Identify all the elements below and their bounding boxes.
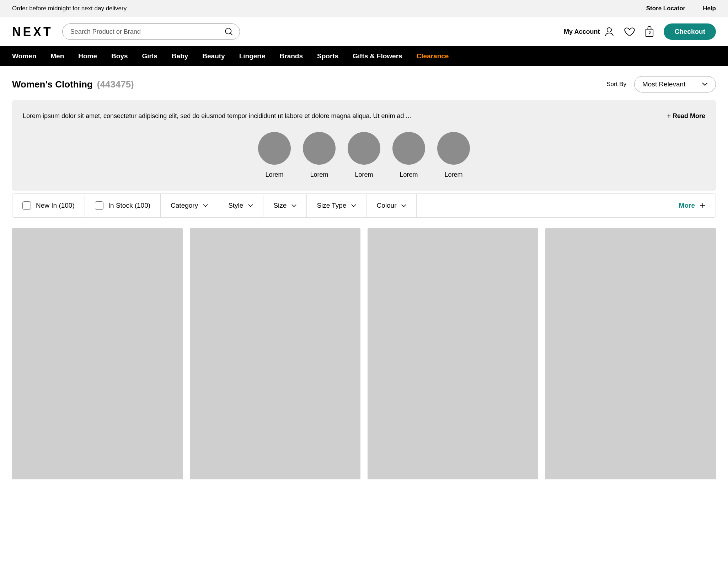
promo-bar: Order before midnight for next day deliv…	[0, 0, 728, 17]
divider	[694, 5, 694, 12]
nav-baby[interactable]: Baby	[172, 52, 188, 60]
chevron-down-icon	[702, 83, 708, 86]
nav-boys[interactable]: Boys	[111, 52, 128, 60]
result-count: (443475)	[97, 79, 134, 90]
nav-gifts-flowers[interactable]: Gifts & Flowers	[353, 52, 402, 60]
checkout-button[interactable]: Checkout	[664, 23, 716, 40]
nav-beauty[interactable]: Beauty	[202, 52, 225, 60]
promo-message: Order before midnight for next day deliv…	[12, 5, 127, 12]
product-card[interactable]	[545, 228, 716, 479]
chevron-down-icon	[401, 204, 406, 207]
filter-label: In Stock (100)	[108, 202, 150, 209]
title-row: Women's Clothing (443475) Sort By Most R…	[0, 66, 728, 100]
description-text: Lorem ipsum dolor sit amet, consectetur …	[23, 112, 660, 120]
product-card[interactable]	[12, 228, 183, 479]
chevron-down-icon	[351, 204, 356, 207]
bag-count: 0	[649, 31, 651, 34]
quick-link-item[interactable]: Lorem	[348, 132, 380, 179]
filter-new-in[interactable]: New In (100)	[12, 194, 85, 217]
more-label: More	[679, 202, 695, 209]
quick-links-row: Lorem Lorem Lorem Lorem Lorem	[23, 132, 705, 179]
filter-label: Colour	[376, 202, 396, 209]
svg-line-1	[230, 33, 232, 35]
filter-more[interactable]: More	[669, 194, 716, 217]
quick-link-image	[392, 132, 425, 165]
nav-home[interactable]: Home	[78, 52, 97, 60]
filter-bar: New In (100) In Stock (100) Category Sty…	[12, 193, 716, 218]
product-card[interactable]	[190, 228, 360, 479]
filter-label: Size Type	[317, 202, 346, 209]
search-icon	[224, 27, 234, 36]
account-label: My Account	[564, 28, 600, 36]
sort-wrap: Sort By Most Relevant	[606, 76, 716, 92]
filter-label: Style	[228, 202, 243, 209]
filter-label: Size	[273, 202, 287, 209]
search-wrap	[62, 23, 240, 40]
chevron-down-icon	[203, 204, 208, 207]
quick-link-image	[303, 132, 336, 165]
quick-link-label: Lorem	[265, 171, 283, 179]
heart-icon	[624, 26, 635, 37]
sort-label: Sort By	[606, 81, 626, 88]
bag-button[interactable]: 0	[644, 26, 654, 37]
account-link[interactable]: My Account	[564, 26, 615, 37]
user-icon	[604, 26, 615, 37]
header: NEXT My Account 0 Checkout	[0, 17, 728, 46]
quick-link-image	[437, 132, 470, 165]
quick-link-item[interactable]: Lorem	[437, 132, 470, 179]
nav-clearance[interactable]: Clearance	[417, 52, 449, 60]
header-right: My Account 0 Checkout	[564, 23, 716, 40]
checkbox[interactable]	[22, 201, 31, 210]
nav-men[interactable]: Men	[50, 52, 64, 60]
filter-size[interactable]: Size	[263, 194, 307, 217]
checkbox[interactable]	[95, 201, 103, 210]
quick-link-image	[258, 132, 291, 165]
filter-size-type[interactable]: Size Type	[307, 194, 366, 217]
chevron-down-icon	[291, 204, 296, 207]
description-card: Lorem ipsum dolor sit amet, consectetur …	[12, 100, 716, 191]
nav-girls[interactable]: Girls	[142, 52, 157, 60]
wishlist-button[interactable]	[624, 26, 635, 37]
quick-link-label: Lorem	[310, 171, 328, 179]
main-nav: Women Men Home Boys Girls Baby Beauty Li…	[0, 46, 728, 66]
product-card[interactable]	[368, 228, 538, 479]
svg-point-2	[607, 28, 612, 32]
quick-link-label: Lorem	[400, 171, 418, 179]
sort-select[interactable]: Most Relevant	[634, 76, 716, 92]
filter-category[interactable]: Category	[161, 194, 218, 217]
quick-link-image	[348, 132, 380, 165]
page-title: Women's Clothing	[12, 79, 93, 90]
svg-point-0	[225, 28, 231, 34]
help-link[interactable]: Help	[703, 5, 716, 12]
filter-in-stock[interactable]: In Stock (100)	[85, 194, 161, 217]
description-row: Lorem ipsum dolor sit amet, consectetur …	[23, 112, 705, 120]
nav-sports[interactable]: Sports	[317, 52, 338, 60]
filter-label: Category	[171, 202, 198, 209]
quick-link-item[interactable]: Lorem	[258, 132, 291, 179]
sort-value: Most Relevant	[642, 80, 685, 88]
store-locator-link[interactable]: Store Locator	[646, 5, 686, 12]
filter-style[interactable]: Style	[218, 194, 263, 217]
quick-link-item[interactable]: Lorem	[303, 132, 336, 179]
product-grid	[0, 218, 728, 490]
nav-women[interactable]: Women	[12, 52, 36, 60]
chevron-down-icon	[248, 204, 253, 207]
quick-link-item[interactable]: Lorem	[392, 132, 425, 179]
search-button[interactable]	[223, 26, 235, 38]
search-input[interactable]	[62, 23, 240, 40]
filter-colour[interactable]: Colour	[366, 194, 417, 217]
nav-lingerie[interactable]: Lingerie	[239, 52, 266, 60]
quick-link-label: Lorem	[355, 171, 373, 179]
plus-icon	[700, 203, 706, 208]
quick-link-label: Lorem	[444, 171, 462, 179]
filter-label: New In (100)	[36, 202, 75, 209]
nav-brands[interactable]: Brands	[280, 52, 303, 60]
logo[interactable]: NEXT	[12, 25, 53, 38]
read-more-link[interactable]: + Read More	[667, 112, 705, 120]
title-left: Women's Clothing (443475)	[12, 79, 134, 90]
promo-links: Store Locator Help	[646, 5, 716, 12]
